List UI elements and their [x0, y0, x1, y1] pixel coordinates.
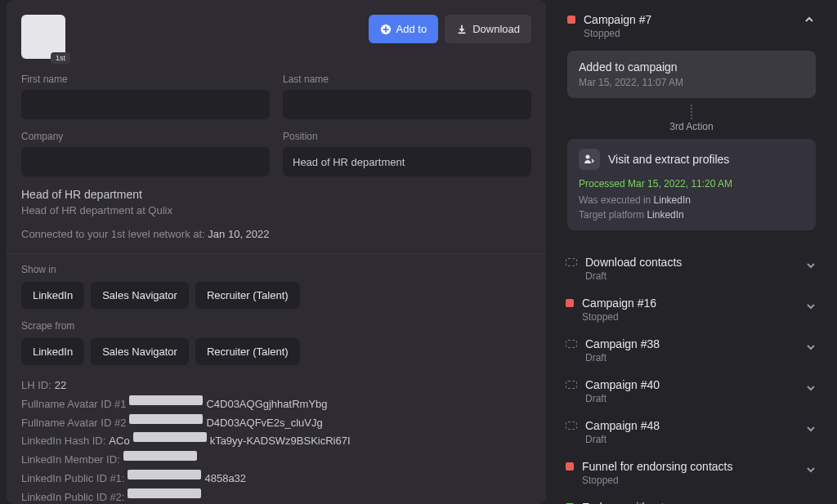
connected-label: Connected to your 1st level network at:: [21, 228, 208, 240]
campaign-item[interactable]: Download contactsDraft: [556, 248, 827, 289]
action-head: Visit and extract profiles: [579, 149, 804, 170]
status-dot-stopped: [566, 462, 574, 471]
campaign-item[interactable]: Campaign #38Draft: [556, 330, 827, 371]
campaign-state: Stopped: [584, 28, 651, 39]
connected-date: Jan 10, 2022: [208, 228, 269, 240]
company-label: Company: [21, 131, 270, 142]
campaign-state: Stopped: [582, 475, 796, 486]
chevron-down-icon[interactable]: [804, 300, 817, 313]
event-time: Mar 15, 2022, 11:07 AM: [579, 77, 804, 88]
redacted: [123, 451, 197, 461]
campaign-title: Endorse without message: [582, 501, 796, 504]
campaign-item[interactable]: Funnel for endorsing contactsStopped: [556, 453, 827, 493]
profile-header: 1st Add to Download: [21, 15, 531, 59]
campaign-item[interactable]: Campaign #40Draft: [556, 371, 827, 412]
scrape-from-linkedin[interactable]: LinkedIn: [21, 338, 84, 365]
company-input[interactable]: [21, 147, 270, 176]
campaign-info: Funnel for endorsing contactsStopped: [582, 460, 796, 486]
profile-subheadline: Head of HR department at Qulix: [21, 204, 531, 216]
processed-time: Processed Mar 15, 2022, 11:20 AM: [579, 178, 804, 190]
chevron-down-icon[interactable]: [804, 381, 817, 395]
campaign-title: Campaign #16: [582, 297, 796, 310]
campaign-title: Campaign #40: [585, 378, 796, 391]
hash-id-label: LinkedIn Hash ID:: [21, 432, 105, 451]
redacted: [129, 395, 203, 405]
active-campaign-info: Campaign #7 Stopped: [584, 13, 651, 39]
connected-info: Connected to your 1st level network at: …: [21, 228, 531, 240]
campaign-title: Campaign #48: [585, 419, 796, 432]
avatar[interactable]: 1st: [21, 15, 65, 59]
campaign-info: Campaign #38Draft: [585, 337, 796, 364]
visit-profiles-icon: [579, 149, 600, 170]
status-dot-stopped: [566, 299, 574, 307]
connection-badge: 1st: [51, 52, 70, 64]
scrape-from-label: Scrape from: [21, 320, 531, 332]
avatar-id-2-value: D4D03AQFvE2s_cluVJg: [206, 414, 322, 433]
campaign-info: Campaign #48Draft: [585, 419, 796, 445]
show-in-recruiter[interactable]: Recruiter (Talent): [195, 282, 300, 309]
target-label: Target platform: [579, 209, 647, 221]
hash-id-prefix: ACo: [109, 432, 129, 451]
target-platform-value: LinkedIn: [647, 209, 683, 221]
action-card: Visit and extract profiles Processed Mar…: [567, 139, 816, 230]
position-field-wrap: Position: [283, 131, 531, 176]
timeline-event: Added to campaign Mar 15, 2022, 11:07 AM: [567, 51, 816, 98]
divider: [7, 253, 546, 254]
chevron-down-icon[interactable]: [804, 259, 817, 272]
status-dot-draft: [566, 258, 577, 266]
campaign-item[interactable]: Campaign #16Stopped: [556, 289, 827, 330]
add-to-label: Add to: [396, 23, 427, 35]
add-to-button[interactable]: Add to: [369, 15, 439, 43]
position-label: Position: [283, 131, 531, 142]
name-fields-row: First name Last name: [21, 74, 531, 119]
executed-in: Was executed in LinkedIn: [579, 194, 804, 206]
redacted: [129, 414, 203, 424]
redacted: [133, 432, 207, 442]
campaign-title: Funnel for endorsing contacts: [582, 460, 796, 473]
last-name-label: Last name: [283, 74, 531, 85]
first-name-field-wrap: First name: [21, 74, 270, 119]
lh-id-value: 22: [55, 377, 66, 395]
campaign-list: Download contactsDraftCampaign #16Stoppe…: [556, 248, 827, 504]
campaign-info: Download contactsDraft: [585, 256, 796, 282]
chevron-down-icon[interactable]: [804, 463, 817, 476]
public-id-2-label: LinkedIn Public ID #2:: [21, 488, 124, 505]
scrape-from-sales-navigator[interactable]: Sales Navigator: [91, 338, 189, 365]
lh-id-label: LH ID:: [21, 377, 51, 395]
avatar-id-1-label: Fullname Avatar ID #1: [21, 395, 126, 414]
scrape-from-recruiter[interactable]: Recruiter (Talent): [195, 338, 300, 365]
show-in-linkedin[interactable]: LinkedIn: [21, 282, 84, 309]
last-name-input[interactable]: [283, 90, 531, 119]
active-campaign-header[interactable]: Campaign #7 Stopped: [562, 8, 821, 47]
campaign-state: Stopped: [582, 311, 796, 323]
campaign-state: Draft: [585, 434, 796, 445]
campaign-title: Download contacts: [585, 256, 796, 269]
chevron-down-icon[interactable]: [804, 341, 817, 354]
add-icon: [380, 24, 392, 35]
profile-panel: 1st Add to Download First name Last name: [7, 0, 546, 504]
show-in-sales-navigator[interactable]: Sales Navigator: [91, 282, 189, 309]
show-in-chips: LinkedIn Sales Navigator Recruiter (Tale…: [21, 282, 531, 309]
scrape-from-chips: LinkedIn Sales Navigator Recruiter (Tale…: [21, 338, 531, 365]
executed-platform: LinkedIn: [654, 194, 691, 206]
avatar-id-2-label: Fullname Avatar ID #2: [21, 414, 126, 433]
campaign-title: Campaign #7: [584, 13, 651, 26]
chevron-up-icon[interactable]: [803, 13, 816, 26]
last-name-field-wrap: Last name: [283, 74, 531, 119]
action-label: 3rd Action: [562, 121, 821, 132]
svg-point-1: [586, 155, 590, 159]
first-name-label: First name: [21, 74, 270, 85]
download-button[interactable]: Download: [445, 15, 531, 43]
id-list: LH ID: 22 Fullname Avatar ID #1C4D03AQGg…: [21, 377, 531, 504]
chevron-down-icon[interactable]: [804, 422, 817, 435]
campaign-state: Draft: [585, 352, 796, 364]
position-input[interactable]: [283, 147, 531, 176]
event-title: Added to campaign: [579, 60, 804, 74]
campaign-item[interactable]: Campaign #48Draft: [556, 412, 827, 453]
status-dot-draft: [566, 381, 577, 389]
first-name-input[interactable]: [21, 90, 270, 119]
public-id-1-label: LinkedIn Public ID #1:: [21, 470, 124, 488]
campaign-info: Campaign #16Stopped: [582, 297, 796, 323]
member-id-label: LinkedIn Member ID:: [21, 451, 120, 470]
campaign-item[interactable]: Endorse without messageCompleted: [556, 493, 827, 504]
